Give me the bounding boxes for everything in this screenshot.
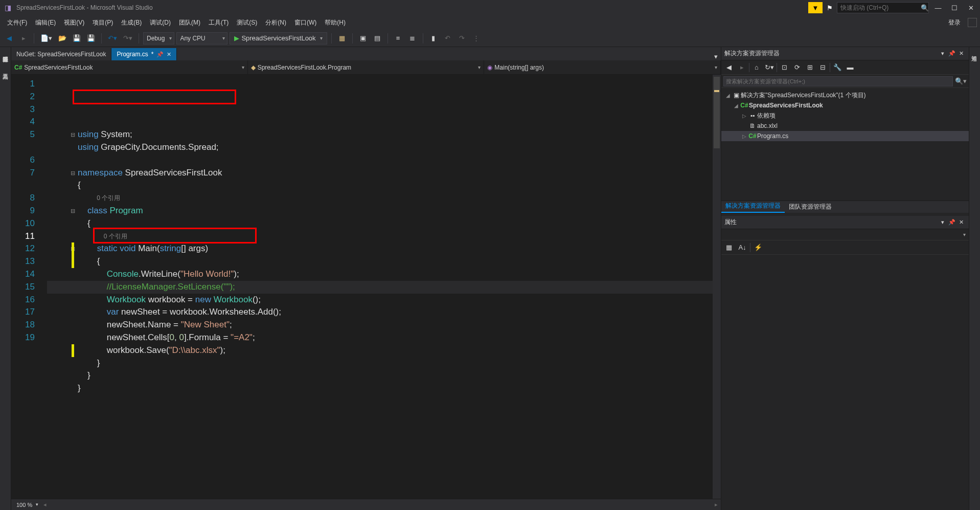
props-combo-icon[interactable]: ▾ — [963, 232, 966, 237]
code-editor[interactable]: 12345678910111213141516171819 ⊟using Sys… — [11, 75, 721, 499]
code-line-12[interactable]: Workbook workbook = new Workbook(); — [47, 294, 713, 306]
tab-overflow-button[interactable]: ▾ — [711, 53, 721, 60]
menu-item-9[interactable]: 分析(N) — [261, 17, 290, 28]
vertical-scrollbar[interactable] — [713, 75, 721, 499]
close-button[interactable]: ✕ — [964, 2, 978, 13]
avatar-icon[interactable] — [968, 18, 977, 27]
undo-button[interactable]: ↶▾ — [106, 32, 119, 45]
code-line-13[interactable]: var newSheet = workbook.Worksheets.Add()… — [47, 306, 713, 319]
props-alpha-icon[interactable]: A↓ — [737, 242, 748, 253]
nav-class-combo[interactable]: ◆ SpreadServicesFirstLook.Program — [248, 60, 485, 74]
minimize-button[interactable]: — — [931, 2, 945, 13]
se-icon-5[interactable]: ⊞ — [804, 62, 815, 73]
save-button[interactable]: 💾 — [71, 32, 83, 45]
code-line-5[interactable]: { — [47, 179, 713, 192]
panel-dropdown-icon[interactable]: ▾ — [938, 219, 947, 226]
menu-item-6[interactable]: 团队(M) — [175, 17, 204, 28]
se-icon-6[interactable]: ⊟ — [817, 62, 828, 73]
nav-project-combo[interactable]: C# SpreadServicesFirstLook — [11, 60, 248, 74]
solution-search-input[interactable] — [723, 76, 953, 86]
notification-filter-icon[interactable]: ▼ — [808, 2, 823, 13]
code-line-7[interactable]: { — [47, 217, 713, 230]
code-line-14[interactable]: newSheet.Name = "New Sheet"; — [47, 319, 713, 331]
platform-combo[interactable]: Any CPU — [176, 32, 227, 45]
props-events-icon[interactable]: ⚡ — [753, 242, 764, 253]
menu-item-10[interactable]: 窗口(W) — [290, 17, 321, 28]
tree-node-1[interactable]: ◢C#SpreadServicesFirstLook — [721, 100, 969, 110]
tree-node-0[interactable]: ◢▣解决方案"SpreadServicesFirstLook"(1 个项目) — [721, 90, 969, 100]
se-icon-4[interactable]: ⟳ — [791, 62, 803, 73]
menu-item-11[interactable]: 帮助(H) — [321, 17, 350, 28]
tb-icon-1[interactable]: ▦ — [336, 32, 348, 45]
tb-icon-2[interactable]: ▣ — [357, 32, 369, 45]
se-wrench-icon[interactable]: 🔧 — [832, 62, 843, 73]
code-line-2[interactable]: using GrapeCity.Documents.Spread; — [47, 141, 713, 154]
panel-pin-icon[interactable]: 📌 — [947, 219, 956, 226]
menu-item-7[interactable]: 工具(T) — [204, 17, 233, 28]
sign-in-button[interactable]: 登录 — [944, 17, 965, 29]
menu-item-1[interactable]: 编辑(E) — [31, 17, 60, 28]
panel-pin-icon[interactable]: 📌 — [947, 50, 956, 57]
se-icon-3[interactable]: ⊡ — [779, 62, 790, 73]
config-combo[interactable]: Debug — [143, 32, 174, 45]
zoom-combo[interactable]: 100 % — [14, 502, 39, 508]
doc-tab-program[interactable]: Program.cs* 📌 ✕ — [111, 48, 177, 60]
panel-close-icon[interactable]: ✕ — [956, 219, 966, 226]
nav-member-combo[interactable]: ◉ Main(string[] args) — [484, 60, 721, 74]
code-line-3[interactable] — [47, 154, 713, 167]
doc-tab-nuget[interactable]: NuGet: SpreadServicesFirstLook — [11, 48, 111, 60]
code-line-6[interactable]: ⊟ class Program — [47, 205, 713, 217]
code-text-area[interactable]: ⊟using System;using GrapeCity.Documents.… — [47, 75, 713, 499]
panel-dropdown-icon[interactable]: ▾ — [938, 50, 947, 57]
pin-icon[interactable]: 📌 — [156, 51, 164, 58]
code-line-9[interactable]: { — [47, 255, 713, 268]
sub-tab-team-explorer[interactable]: 团队资源管理器 — [785, 201, 836, 213]
code-line-8[interactable]: ⊟ static void Main(string[] args) — [47, 242, 713, 255]
notifications-tab[interactable]: 通知 — [969, 47, 979, 55]
feedback-flag-icon[interactable]: ⚑ — [825, 4, 835, 12]
tb-icon-6[interactable]: ▮ — [427, 32, 440, 45]
tree-node-2[interactable]: ▷▪▪依赖项 — [721, 110, 969, 121]
run-button[interactable]: ▶ SpreadServicesFirstLook ▾ — [230, 32, 327, 45]
se-icon-2[interactable]: ↻▾ — [764, 62, 775, 73]
sub-tab-solution-explorer[interactable]: 解决方案资源管理器 — [721, 200, 785, 213]
open-button[interactable]: 📂 — [56, 32, 69, 45]
close-tab-icon[interactable]: ✕ — [167, 51, 171, 58]
solution-tree[interactable]: ◢▣解决方案"SpreadServicesFirstLook"(1 个项目)◢C… — [721, 88, 969, 201]
tb-icon-4[interactable]: ≡ — [392, 32, 404, 45]
code-line-1[interactable]: ⊟using System; — [47, 128, 713, 141]
tree-node-3[interactable]: 🗎abc.xlxl — [721, 121, 969, 131]
maximize-button[interactable]: ☐ — [947, 2, 962, 13]
scrollbar-thumb[interactable] — [714, 77, 720, 148]
menu-item-2[interactable]: 视图(V) — [60, 17, 88, 28]
quick-launch-input[interactable] — [837, 2, 929, 13]
toolbox-tab[interactable]: 工具箱 — [1, 66, 10, 73]
se-icon-back[interactable]: ◀ — [723, 62, 735, 73]
server-explorer-tab[interactable]: 服务器资源管理器 — [1, 49, 10, 55]
code-line-10[interactable]: Console.WriteLine("Hello World!"); — [47, 268, 713, 281]
menu-item-8[interactable]: 测试(S) — [233, 17, 261, 28]
props-categorized-icon[interactable]: ▦ — [723, 242, 735, 253]
tree-node-4[interactable]: ▷C#Program.cs — [721, 131, 969, 141]
se-icon-8[interactable]: ▬ — [845, 62, 856, 73]
se-home-icon[interactable]: ⌂ — [751, 62, 762, 73]
code-line-17[interactable]: } — [47, 357, 713, 370]
search-icon[interactable]: 🔍▾ — [955, 77, 967, 85]
menu-item-5[interactable]: 调试(D) — [146, 17, 175, 28]
code-line-4[interactable]: ⊟namespace SpreadServicesFirstLook — [47, 167, 713, 180]
tb-icon-5[interactable]: ≣ — [406, 32, 419, 45]
code-line-11[interactable]: //LicenseManager.SetLicense(""); — [47, 281, 713, 294]
nav-back-button[interactable]: ◀ — [3, 32, 15, 45]
title-bar: ◨ SpreadServicesFirstLook - Microsoft Vi… — [0, 0, 980, 15]
menu-item-0[interactable]: 文件(F) — [3, 17, 31, 28]
new-project-button[interactable]: 📄▾ — [38, 32, 54, 45]
code-line-18[interactable]: } — [47, 369, 713, 382]
code-line-15[interactable]: newSheet.Cells[0, 0].Formula = "=A2"; — [47, 331, 713, 344]
save-all-button[interactable]: 💾 — [85, 32, 97, 45]
menu-item-4[interactable]: 生成(B) — [117, 17, 146, 28]
tb-icon-3[interactable]: ▤ — [371, 32, 383, 45]
menu-item-3[interactable]: 项目(P) — [88, 17, 117, 28]
panel-close-icon[interactable]: ✕ — [956, 50, 966, 57]
code-line-16[interactable]: workbook.Save("D:\\abc.xlsx"); — [47, 344, 713, 357]
code-line-19[interactable]: } — [47, 382, 713, 395]
